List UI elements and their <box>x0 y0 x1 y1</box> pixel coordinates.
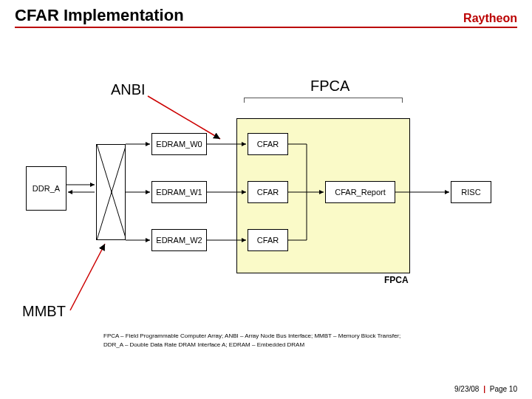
footer-divider: | <box>483 385 485 393</box>
company-logo: Raytheon <box>463 12 517 25</box>
anbi-label: ANBI <box>111 81 146 98</box>
block-mmbt <box>96 144 126 240</box>
mmbt-label: MMBT <box>22 303 66 320</box>
block-edram-w2: EDRAM_W2 <box>151 229 207 251</box>
block-edram-w1: EDRAM_W1 <box>151 181 207 203</box>
fpca-label: FPCA <box>310 78 349 95</box>
block-risc: RISC <box>451 181 491 203</box>
header: CFAR Implementation Raytheon <box>0 0 532 27</box>
svg-line-17 <box>70 244 105 310</box>
page-title: CFAR Implementation <box>15 6 184 25</box>
footer: 9/23/08 | Page 10 <box>454 385 517 393</box>
block-cfar-report: CFAR_Report <box>325 181 395 203</box>
block-diagram: ANBI FPCA MMBT DDR_A EDRAM_W0 EDRAM_W1 E… <box>0 66 532 325</box>
block-cfar-1: CFAR <box>248 181 288 203</box>
footnote-line2: DDR_A – Double Data Rate DRAM Interface … <box>103 341 304 349</box>
header-rule <box>15 27 517 28</box>
block-cfar-2: CFAR <box>248 229 288 251</box>
block-cfar-0: CFAR <box>248 133 288 155</box>
block-edram-w0: EDRAM_W0 <box>151 133 207 155</box>
footnote-line1: FPCA – Field Programmable Computer Array… <box>103 332 400 340</box>
block-ddr-a: DDR_A <box>26 166 66 211</box>
footer-page: Page 10 <box>490 385 517 393</box>
fpca-box-label: FPCA <box>384 275 409 285</box>
footer-date: 9/23/08 <box>454 385 479 393</box>
fpca-brace <box>244 98 403 98</box>
